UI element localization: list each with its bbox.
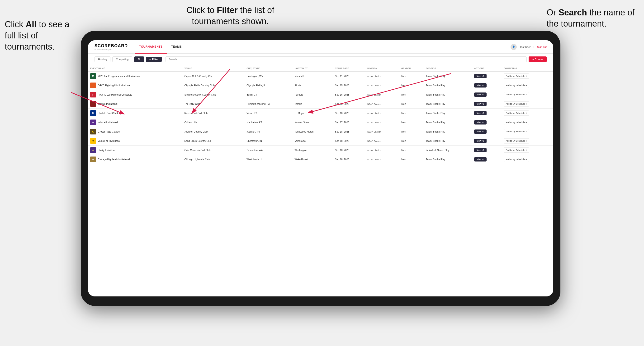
td-city-state: Victor, NY xyxy=(244,109,292,118)
team-logo: M xyxy=(90,73,96,79)
col-city-state: CITY, STATE xyxy=(244,65,292,72)
nav-link-teams[interactable]: TEAMS xyxy=(167,40,186,54)
table-row: I OFCC Fighting Illini Invitational Olym… xyxy=(88,81,553,90)
event-name-text: Grover Page Classic xyxy=(98,130,120,133)
table-container[interactable]: EVENT NAME VENUE CITY, STATE HOSTED BY S… xyxy=(88,65,553,296)
plus-icon: + xyxy=(526,84,527,87)
col-hosted-by: HOSTED BY xyxy=(292,65,333,72)
team-logo: W xyxy=(90,120,96,125)
td-division: NCAA Division I xyxy=(365,99,399,109)
td-division: NCAA Division I xyxy=(365,109,399,118)
table-row: F Ryan T. Lee Memorial Collegiate Shuttl… xyxy=(88,90,553,99)
view-icon: ⊙ xyxy=(482,130,484,133)
td-division: NCAA Division I xyxy=(365,127,399,136)
logo-text: SCOREBOARD xyxy=(94,43,128,48)
td-city-state: Berlin, CT xyxy=(244,90,292,99)
td-start-date: Sep 16, 2023 xyxy=(333,109,365,118)
td-event-name: T Temple Invitational xyxy=(88,99,182,109)
top-nav: SCOREBOARD Powered by clippd TOURNAMENTS… xyxy=(88,40,553,54)
event-name-text: Wildcat Invitational xyxy=(98,121,118,124)
table-row: W Chicago Highlands Invitational Chicago… xyxy=(88,155,553,164)
view-button[interactable]: View ⊙ xyxy=(474,111,486,115)
td-start-date: Sep 15, 2023 xyxy=(333,81,365,90)
view-button[interactable]: View ⊙ xyxy=(474,139,486,143)
td-gender: Men xyxy=(399,127,424,136)
td-hosted-by: Illinois xyxy=(292,81,333,90)
view-button[interactable]: View ⊙ xyxy=(474,148,486,152)
user-avatar: 👤 xyxy=(510,44,517,50)
team-logo: W xyxy=(90,157,96,162)
td-hosted-by: Le Moyne xyxy=(292,109,333,118)
plus-icon: + xyxy=(526,149,527,152)
td-event-name: F Ryan T. Lee Memorial Collegiate xyxy=(88,90,182,99)
td-gender: Men xyxy=(399,136,424,146)
event-name-text: 2023 Joe Feaganes Marshall Invitational xyxy=(98,75,140,78)
view-button[interactable]: View ⊙ xyxy=(474,130,486,134)
td-division: NCAA Division I xyxy=(365,90,399,99)
td-competing: Add to My Schedule + xyxy=(501,127,553,136)
td-gender: Men xyxy=(399,146,424,155)
td-event-name: I OFCC Fighting Illini Invitational xyxy=(88,81,182,90)
td-hosted-by: Wake Forest xyxy=(292,155,333,164)
td-actions: View ⊙ xyxy=(472,118,501,127)
view-button[interactable]: View ⊙ xyxy=(474,92,486,97)
signout-link[interactable]: Sign out xyxy=(537,45,547,48)
add-schedule-button[interactable]: Add to My Schedule + xyxy=(504,138,529,144)
add-schedule-button[interactable]: Add to My Schedule + xyxy=(504,120,529,125)
event-name-text: Husky Individual xyxy=(98,149,115,152)
td-division: NCAA Division I xyxy=(365,72,399,81)
toolbar: Hosting Competing All ≡ Filter + Create xyxy=(88,54,553,65)
td-event-name: U Upstate Dual Challenge xyxy=(88,109,182,118)
tournaments-table: EVENT NAME VENUE CITY, STATE HOSTED BY S… xyxy=(88,65,553,164)
td-event-name: V Valpo Fall Invitational xyxy=(88,136,182,146)
tab-competing[interactable]: Competing xyxy=(112,56,132,62)
td-start-date: Sep 18, 2023 xyxy=(333,136,365,146)
filter-button[interactable]: ≡ Filter xyxy=(146,57,162,62)
add-schedule-button[interactable]: Add to My Schedule + xyxy=(504,129,529,134)
add-schedule-button[interactable]: Add to My Schedule + xyxy=(504,157,529,162)
table-row: V Valpo Fall Invitational Sand Creek Cou… xyxy=(88,136,553,146)
col-start-date: START DATE xyxy=(333,65,365,72)
td-actions: View ⊙ xyxy=(472,146,501,155)
add-schedule-button[interactable]: Add to My Schedule + xyxy=(504,101,529,107)
td-competing: Add to My Schedule + xyxy=(501,90,553,99)
view-icon: ⊙ xyxy=(482,93,484,96)
event-name-text: OFCC Fighting Illini Invitational xyxy=(98,84,130,87)
plus-icon: + xyxy=(526,140,527,142)
td-event-name: W Wildcat Invitational xyxy=(88,118,182,127)
plus-icon: + xyxy=(526,75,527,78)
td-actions: View ⊙ xyxy=(472,72,501,81)
td-competing: Add to My Schedule + xyxy=(501,155,553,164)
annotation-topcenter: Click to Filter the list of tournaments … xyxy=(162,5,299,27)
td-start-date: Sep 17, 2023 xyxy=(333,118,365,127)
nav-links: TOURNAMENTS TEAMS xyxy=(135,40,510,54)
view-button[interactable]: View ⊙ xyxy=(474,83,486,88)
add-schedule-button[interactable]: Add to My Schedule + xyxy=(504,83,529,88)
view-button[interactable]: View ⊙ xyxy=(474,102,486,106)
view-button[interactable]: View ⊙ xyxy=(474,74,486,78)
view-icon: ⊙ xyxy=(482,84,484,87)
team-logo: G xyxy=(90,129,96,135)
td-competing: Add to My Schedule + xyxy=(501,72,553,81)
col-division: DIVISION xyxy=(365,65,399,72)
filter-icon: ≡ xyxy=(149,58,151,61)
plus-icon: + xyxy=(526,112,527,115)
add-schedule-button[interactable]: Add to My Schedule + xyxy=(504,73,529,79)
add-schedule-button[interactable]: Add to My Schedule + xyxy=(504,148,529,153)
search-input[interactable] xyxy=(166,56,527,62)
td-gender: Men xyxy=(399,99,424,109)
td-competing: Add to My Schedule + xyxy=(501,109,553,118)
tab-hosting[interactable]: Hosting xyxy=(94,56,110,62)
view-button[interactable]: View ⊙ xyxy=(474,120,486,125)
nav-link-tournaments[interactable]: TOURNAMENTS xyxy=(135,40,167,54)
view-icon: ⊙ xyxy=(482,112,484,114)
tab-all[interactable]: All xyxy=(134,56,144,62)
td-hosted-by: Kansas State xyxy=(292,118,333,127)
create-button[interactable]: + Create xyxy=(528,56,547,62)
plus-icon: + xyxy=(526,121,527,124)
col-competing: COMPETING xyxy=(501,65,553,72)
add-schedule-button[interactable]: Add to My Schedule + xyxy=(504,92,529,97)
add-schedule-button[interactable]: Add to My Schedule + xyxy=(504,111,529,116)
view-button[interactable]: View ⊙ xyxy=(474,157,486,162)
event-name-text: Temple Invitational xyxy=(98,103,118,105)
